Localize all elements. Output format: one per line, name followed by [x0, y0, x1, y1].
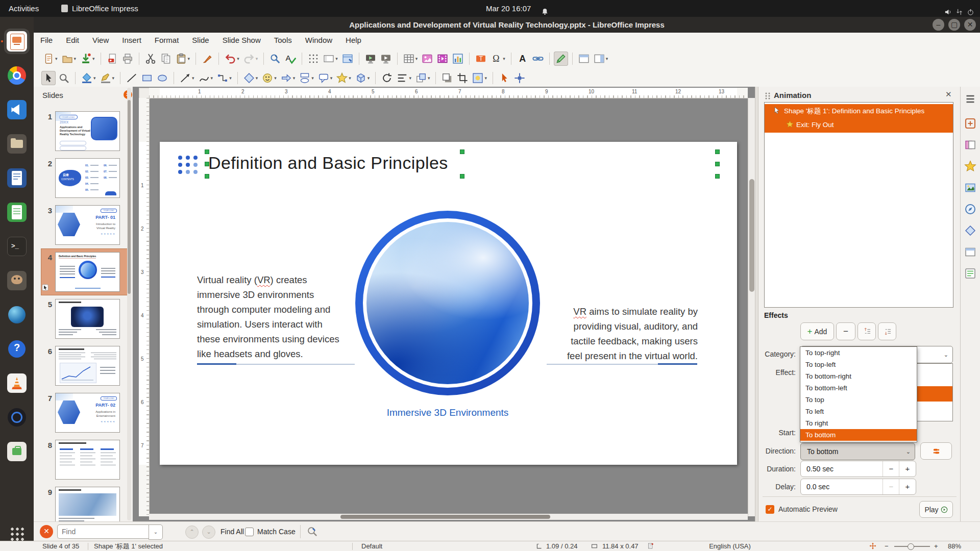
dropdown-caret-icon[interactable]: ▾	[188, 56, 190, 61]
display-grid-button[interactable]	[306, 52, 321, 66]
dropdown-caret-icon[interactable]: ▾	[256, 76, 258, 81]
find-input[interactable]	[57, 524, 153, 539]
open-button[interactable]: ▾	[60, 52, 78, 66]
dropdown-caret-icon[interactable]: ▾	[330, 76, 333, 81]
dropdown-caret-icon[interactable]: ▾	[311, 76, 314, 81]
find-all-button[interactable]: Find All	[220, 522, 244, 541]
undo-button[interactable]: ▾	[223, 52, 241, 66]
status-zoom-level[interactable]: 88%	[948, 541, 961, 551]
close-button[interactable]: ✕	[964, 19, 976, 31]
add-effect-button[interactable]: +Add	[800, 322, 834, 340]
sidebar-button[interactable]: ▾	[592, 52, 610, 66]
canvas-horizontal-scrollbar[interactable]	[149, 514, 748, 520]
dropdown-caret-icon[interactable]: ▾	[211, 76, 213, 81]
ellipse-button[interactable]	[155, 71, 169, 85]
symbol-shapes-button[interactable]: ▾	[260, 71, 278, 85]
find-next-button[interactable]: ⌄	[202, 525, 215, 539]
styles-icon[interactable]	[964, 267, 976, 280]
shadow-button[interactable]	[440, 71, 454, 85]
direction-option[interactable]: To bottom	[800, 429, 917, 441]
direction-option[interactable]: To bottom-left	[800, 382, 917, 394]
slide-left-text[interactable]: Virtual reality (VR) createsimmersive 3D…	[197, 272, 355, 361]
zoom-button[interactable]	[57, 71, 71, 85]
menu-tools[interactable]: Tools	[267, 33, 299, 48]
show-draw-functions-button[interactable]	[554, 52, 568, 66]
snap-guides-button[interactable]: ▾	[322, 52, 339, 66]
save-button[interactable]: ▾	[79, 52, 96, 66]
direction-option[interactable]: To right	[800, 417, 917, 429]
dropdown-caret-icon[interactable]: ▾	[368, 76, 370, 81]
dock-item-chrome[interactable]	[5, 64, 29, 87]
window-titlebar[interactable]: Applications and Development of Virtual …	[34, 17, 980, 33]
duration-spinner[interactable]: 0.50 sec − +	[800, 461, 916, 477]
arrange-button[interactable]: ▾	[414, 71, 432, 85]
menu-format[interactable]: Format	[148, 33, 186, 48]
fontwork-button[interactable]: A	[516, 52, 530, 66]
threed-objects-button[interactable]: ▾	[354, 71, 372, 85]
slide-thumbnail-9[interactable]	[55, 487, 120, 521]
direction-option[interactable]: To bottom-right	[800, 370, 917, 382]
direction-option[interactable]: To left	[800, 406, 917, 417]
clock[interactable]: Mar 20 16:07	[486, 0, 531, 17]
slide-transition-icon[interactable]	[964, 139, 976, 151]
connector-button[interactable]: ▾	[215, 71, 233, 85]
activities-button[interactable]: Activities	[9, 0, 39, 17]
sidebar-settings-icon[interactable]	[964, 93, 976, 105]
selection-handle[interactable]	[205, 162, 209, 166]
slide-canvas[interactable]: Definition and Basic Principles Virtual …	[160, 142, 737, 465]
line-color-button[interactable]: ▾	[99, 71, 116, 85]
dock-item-sphere[interactable]	[5, 303, 29, 327]
duration-decrease-button[interactable]: −	[883, 461, 899, 477]
dock-item-help[interactable]: ?	[5, 337, 29, 361]
properties-icon[interactable]	[964, 117, 976, 130]
focused-app-indicator[interactable]: LibreOffice Impress	[61, 0, 138, 17]
clone-formatting-button[interactable]	[200, 52, 214, 66]
direction-dropdown-list[interactable]: To top-rightTo top-leftTo bottom-rightTo…	[800, 346, 917, 442]
find-close-icon[interactable]: ✕	[40, 525, 53, 538]
slides-scrollbar[interactable]	[127, 88, 131, 520]
slide-thumbnail-8[interactable]	[55, 440, 120, 480]
insert-textbox-button[interactable]: T	[474, 52, 488, 66]
slide-thumbnail-1[interactable]: YOUR LOGO 20XX Applications andDevelopme…	[55, 111, 120, 151]
block-arrows-button[interactable]: ▾	[279, 71, 297, 85]
insert-table-button[interactable]: ▾	[402, 52, 420, 66]
slide-thumbnail-7[interactable]: YOUR LOGO PART- 02 Applications inEntert…	[55, 393, 120, 433]
status-size[interactable]: 11.84 x 0.47	[602, 541, 639, 551]
curve-button[interactable]: ▾	[197, 71, 215, 85]
dropdown-caret-icon[interactable]: ▾	[274, 76, 277, 81]
animation-list-entry[interactable]: Shape '标题 1': Definition and Basic Princ…	[765, 104, 953, 133]
paste-button[interactable]: ▾	[174, 52, 192, 66]
start-current-slide-button[interactable]	[379, 52, 393, 66]
status-language[interactable]: English (USA)	[679, 541, 781, 551]
slide-thumbnail-2[interactable]: 目录 CONTENTS 01.02.03.04.05.06.07.08.	[55, 158, 120, 198]
status-master-name[interactable]: Default	[361, 541, 382, 551]
dropdown-caret-icon[interactable]: ▾	[349, 76, 351, 81]
insert-chart-button[interactable]	[451, 52, 465, 66]
menu-help[interactable]: Help	[339, 33, 368, 48]
dock-item-terminal[interactable]: >_	[5, 235, 29, 258]
dropdown-caret-icon[interactable]: ▾	[409, 76, 411, 81]
dropdown-caret-icon[interactable]: ▾	[428, 76, 430, 81]
find-history-dropdown-icon[interactable]: ⌄	[149, 524, 163, 540]
horizontal-ruler[interactable]: 12345678910111213	[149, 88, 748, 98]
dropdown-caret-icon[interactable]: ▾	[74, 56, 77, 61]
panel-grip-icon[interactable]	[765, 92, 771, 101]
dropdown-caret-icon[interactable]: ▾	[237, 56, 239, 61]
move-effect-up-button[interactable]	[857, 322, 876, 340]
display-views-button[interactable]	[340, 52, 355, 66]
dropdown-caret-icon[interactable]: ▾	[55, 56, 58, 61]
selection-handle[interactable]	[460, 149, 464, 154]
insert-media-button[interactable]	[435, 52, 450, 66]
zoom-in-button[interactable]: +	[934, 541, 938, 551]
slide-thumbnail-4[interactable]: Definition and Basic Principles	[55, 252, 120, 292]
print-button[interactable]	[120, 52, 135, 66]
fit-slide-icon[interactable]	[869, 541, 876, 551]
direction-option[interactable]: To top-right	[800, 347, 917, 359]
insert-line-button[interactable]	[125, 71, 139, 85]
zoom-out-button[interactable]: −	[885, 541, 889, 551]
filter-button[interactable]: ▾	[471, 71, 488, 85]
menu-file[interactable]: File	[34, 33, 59, 48]
selection-handle[interactable]	[460, 174, 464, 179]
animation-tab-icon[interactable]	[964, 160, 976, 172]
dropdown-caret-icon[interactable]: ▾	[606, 56, 608, 61]
